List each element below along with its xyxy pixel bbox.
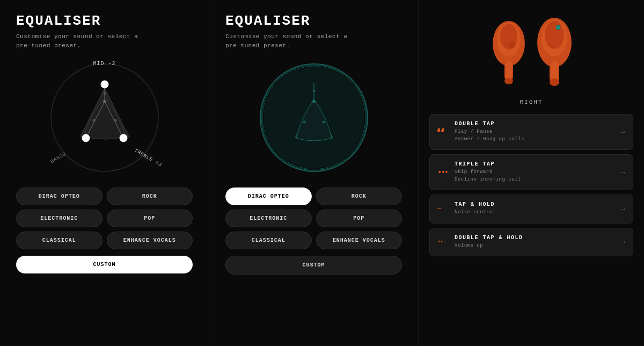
left-preset-enhance-vocals[interactable]: ENHANCE VOCALS [107, 232, 193, 249]
left-preset-pop[interactable]: POP [107, 210, 193, 227]
svg-point-36 [548, 44, 550, 46]
svg-point-9 [92, 119, 95, 122]
left-custom-button[interactable]: CUSTOM [16, 256, 193, 273]
center-preset-enhance-vocals[interactable]: ENHANCE VOCALS [316, 232, 402, 249]
double-tap-arrow: → [621, 128, 625, 136]
triple-tap-info: TRIPLE TAP Skip forwardDecline incoming … [455, 161, 621, 183]
left-preset-rock[interactable]: ROCK [107, 188, 193, 205]
left-panel: EQUALISER Customise your sound or select… [0, 0, 209, 346]
svg-point-28 [509, 42, 515, 48]
svg-point-31 [545, 21, 564, 49]
svg-point-6 [82, 134, 90, 142]
svg-point-20 [303, 121, 305, 124]
svg-point-18 [312, 100, 316, 103]
main-container: EQUALISER Customise your sound or select… [0, 0, 644, 346]
left-mid-label: MID -2 [93, 61, 115, 67]
triple-tap-desc: Skip forwardDecline incoming call [455, 169, 621, 183]
svg-point-34 [550, 78, 559, 86]
tap-hold-arrow: → [621, 205, 625, 213]
double-tap-hold-info: DOUBLE TAP & HOLD Volume up [455, 235, 621, 250]
svg-point-35 [556, 25, 560, 30]
center-preset-dirac-opteo[interactable]: DIRAC OPTEO [225, 188, 312, 205]
svg-point-27 [504, 78, 513, 84]
center-preset-pop[interactable]: POP [316, 210, 402, 227]
double-tap-hold-arrow: → [621, 237, 625, 246]
tap-hold-desc: Noise control [455, 209, 621, 217]
triple-tap-arrow: → [621, 168, 625, 177]
earbuds-image [483, 9, 580, 95]
svg-point-7 [120, 134, 127, 142]
left-preset-classical[interactable]: CLASSICAL [16, 232, 103, 249]
left-panel-title: EQUALISER [16, 13, 193, 29]
double-tap-hold-card[interactable]: ••— DOUBLE TAP & HOLD Volume up → [429, 228, 633, 257]
triple-tap-card[interactable]: ••• TRIPLE TAP Skip forwardDecline incom… [429, 154, 633, 190]
svg-point-5 [101, 81, 108, 88]
double-tap-icon: •• [437, 129, 447, 135]
double-tap-desc: Play / PauseAnswer / Hang up calls [455, 128, 621, 143]
center-preset-classical[interactable]: CLASSICAL [225, 232, 312, 249]
tap-hold-info: TAP & HOLD Noise control [455, 201, 621, 217]
triple-tap-icon: ••• [437, 168, 447, 177]
double-tap-name: DOUBLE TAP [455, 121, 621, 127]
center-preset-electronic[interactable]: ELECTRONIC [225, 210, 312, 227]
tap-hold-card[interactable]: — TAP & HOLD Noise control → [429, 194, 633, 224]
double-tap-info: DOUBLE TAP Play / PauseAnswer / Hang up … [455, 121, 621, 143]
left-preset-electronic[interactable]: ELECTRONIC [16, 210, 103, 227]
center-preset-rock[interactable]: ROCK [316, 188, 402, 205]
svg-point-8 [103, 92, 106, 95]
left-panel-subtitle: Customise your sound or select apre-tune… [16, 32, 193, 50]
center-eq-svg [255, 59, 373, 177]
right-label: RIGHT [519, 99, 543, 105]
triple-tap-name: TRIPLE TAP [455, 161, 621, 167]
earbuds-svg [483, 9, 580, 89]
center-panel: EQUALISER Customise your sound or select… [209, 0, 419, 346]
double-tap-hold-desc: Volume up [455, 242, 621, 250]
double-tap-hold-name: DOUBLE TAP & HOLD [455, 235, 621, 241]
left-eq-visualizer: MID -2 [46, 59, 164, 177]
svg-rect-26 [506, 61, 512, 80]
svg-point-37 [551, 45, 553, 47]
center-custom-button[interactable]: CUSTOM [225, 256, 402, 275]
double-tap-hold-icon: ••— [437, 239, 449, 245]
left-preset-dirac-opteo[interactable]: DIRAC OPTEO [16, 188, 103, 205]
center-panel-title: EQUALISER [225, 13, 402, 29]
svg-point-4 [103, 100, 106, 103]
svg-point-10 [114, 119, 116, 122]
double-tap-card[interactable]: •• DOUBLE TAP Play / PauseAnswer / Hang … [429, 114, 633, 150]
svg-point-21 [322, 121, 325, 124]
tap-hold-icon: — [437, 205, 447, 213]
tap-hold-name: TAP & HOLD [455, 201, 621, 207]
svg-point-19 [312, 90, 315, 92]
svg-point-38 [553, 46, 555, 48]
center-eq-visualizer [255, 59, 373, 177]
left-preset-grid: DIRAC OPTEO ROCK ELECTRONIC POP CLASSICA… [16, 188, 193, 249]
center-preset-grid: DIRAC OPTEO ROCK ELECTRONIC POP CLASSICA… [225, 188, 402, 249]
right-panel: RIGHT •• DOUBLE TAP Play / PauseAnswer /… [419, 0, 644, 346]
center-panel-subtitle: Customise your sound or select apre-tune… [225, 32, 402, 50]
